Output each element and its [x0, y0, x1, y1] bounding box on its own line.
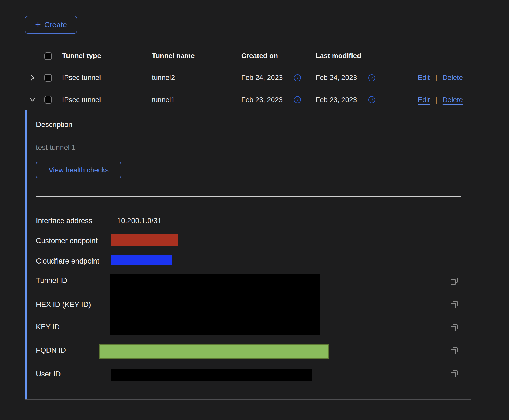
table-header-row: Tunnel type Tunnel name Created on Last … [26, 39, 471, 66]
chevron-right-icon [29, 75, 36, 81]
description-value: test tunnel 1 [36, 144, 76, 152]
info-icon[interactable]: i [294, 96, 301, 103]
info-icon[interactable]: i [368, 74, 375, 81]
user-id-redacted-value [111, 369, 312, 381]
interface-address-value: 10.200.1.0/31 [117, 216, 162, 225]
expand-row-button[interactable] [26, 75, 39, 81]
create-button[interactable]: + Create [25, 16, 77, 34]
cell-tunnel-type: IPsec tunnel [62, 74, 152, 82]
copy-hex-id-button[interactable] [450, 301, 458, 309]
expanded-row-indicator-bar [25, 110, 27, 399]
copy-user-id-button[interactable] [450, 370, 458, 378]
row-checkbox[interactable] [44, 74, 52, 82]
create-button-label: Create [44, 21, 67, 29]
copy-icon [450, 301, 458, 309]
cloudflare-endpoint-redacted-value [111, 255, 172, 265]
created-date: Feb 24, 2023 [241, 74, 283, 82]
copy-fqdn-id-button[interactable] [450, 347, 458, 355]
ids-redacted-block [110, 274, 320, 335]
plus-icon: + [35, 19, 41, 29]
customer-endpoint-label: Customer endpoint [36, 236, 98, 245]
actions-separator: | [435, 74, 437, 82]
edit-link[interactable]: Edit [418, 96, 430, 104]
cloudflare-endpoint-label: Cloudflare endpoint [36, 256, 99, 266]
copy-icon [450, 347, 458, 355]
customer-endpoint-redacted-value [111, 234, 178, 246]
copy-icon [450, 370, 458, 378]
table-row: IPsec tunnel tunnel1 Feb 23, 2023 i Feb … [26, 89, 471, 110]
fqdn-id-highlighted-value [99, 344, 329, 359]
created-date: Feb 23, 2023 [241, 96, 283, 104]
header-tunnel-type: Tunnel type [62, 52, 152, 60]
user-id-label: User ID [36, 369, 61, 379]
cell-created-on: Feb 23, 2023 i [241, 96, 316, 104]
header-last-modified: Last modified [316, 52, 397, 60]
description-label: Description [36, 121, 72, 129]
cell-last-modified: Feb 24, 2023 i [316, 74, 397, 82]
header-tunnel-name: Tunnel name [152, 52, 241, 60]
actions-separator: | [435, 96, 437, 104]
info-icon[interactable]: i [294, 74, 301, 81]
panel-divider [36, 196, 461, 197]
modified-date: Feb 23, 2023 [316, 96, 357, 104]
modified-date: Feb 24, 2023 [316, 74, 357, 82]
delete-link[interactable]: Delete [443, 96, 463, 104]
copy-icon [450, 277, 458, 285]
copy-key-id-button[interactable] [450, 324, 458, 332]
fqdn-id-label: FQDN ID [36, 346, 66, 355]
cell-tunnel-name: tunnel1 [152, 96, 241, 104]
row-checkbox[interactable] [44, 96, 52, 104]
tunnel-id-label: Tunnel ID [36, 276, 67, 285]
cell-actions: Edit | Delete [397, 74, 471, 82]
header-created-on: Created on [241, 52, 316, 60]
delete-link[interactable]: Delete [443, 74, 463, 82]
table-bottom-border [25, 399, 471, 400]
copy-tunnel-id-button[interactable] [450, 277, 458, 285]
cell-created-on: Feb 24, 2023 i [241, 74, 316, 82]
hex-id-label: HEX ID (KEY ID) [36, 300, 91, 309]
key-id-label: KEY ID [36, 322, 60, 332]
copy-icon [450, 324, 458, 332]
interface-address-label: Interface address [36, 216, 92, 225]
tunnels-page: + Create Tunnel type Tunnel name Created… [0, 0, 509, 420]
collapse-row-button[interactable] [26, 96, 39, 103]
cell-tunnel-name: tunnel2 [152, 74, 241, 82]
cell-last-modified: Feb 23, 2023 i [316, 96, 397, 104]
select-all-checkbox[interactable] [44, 52, 52, 60]
edit-link[interactable]: Edit [418, 74, 430, 82]
cell-tunnel-type: IPsec tunnel [62, 96, 152, 104]
chevron-down-icon [29, 96, 36, 103]
info-icon[interactable]: i [368, 96, 375, 103]
table-row: IPsec tunnel tunnel2 Feb 24, 2023 i Feb … [26, 66, 471, 89]
view-health-checks-button[interactable]: View health checks [36, 162, 121, 178]
cell-actions: Edit | Delete [397, 96, 471, 104]
